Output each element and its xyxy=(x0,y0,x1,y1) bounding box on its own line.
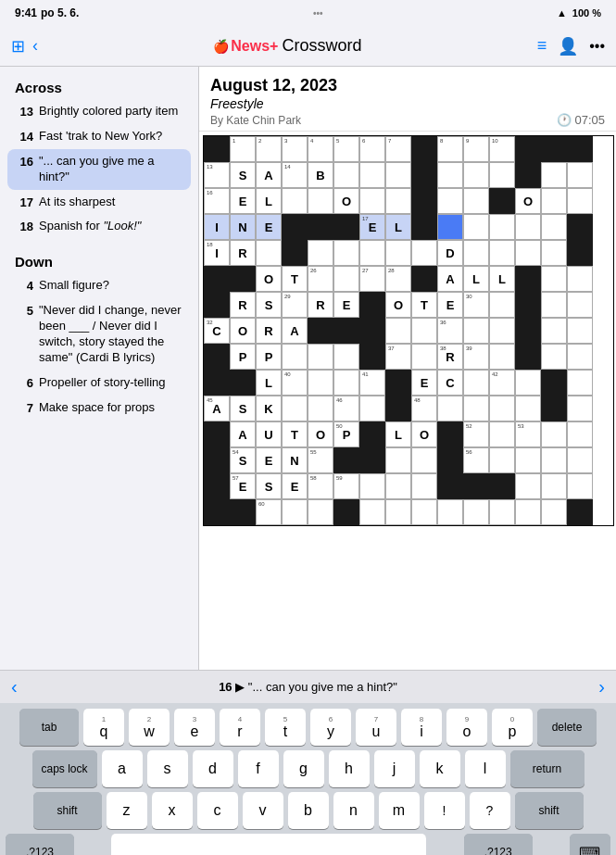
cell-13-9[interactable] xyxy=(437,473,463,499)
cell-6-7[interactable]: O xyxy=(385,292,411,318)
cell-9-8[interactable]: E xyxy=(411,370,437,396)
cell-1-6[interactable] xyxy=(359,162,385,188)
cell-1-5[interactable] xyxy=(333,162,359,188)
cell-14-9[interactable] xyxy=(437,499,463,525)
cell-5-9[interactable]: A xyxy=(437,266,463,292)
s-key[interactable]: s xyxy=(147,750,188,787)
symbols-right-key[interactable]: .?123 xyxy=(464,834,533,855)
cell-0-9[interactable]: 8 xyxy=(437,136,463,162)
cell-7-8[interactable] xyxy=(411,318,437,344)
cell-5-14[interactable] xyxy=(567,266,593,292)
cell-0-10[interactable]: 9 xyxy=(463,136,489,162)
cell-1-12[interactable] xyxy=(515,162,541,188)
cell-0-3[interactable]: 3 xyxy=(282,136,308,162)
cell-3-12[interactable] xyxy=(515,214,541,240)
cell-10-3[interactable] xyxy=(282,396,308,421)
cell-3-10[interactable] xyxy=(463,214,489,240)
cell-13-6[interactable] xyxy=(359,473,385,499)
cell-8-7[interactable]: 37 xyxy=(385,344,411,370)
cell-6-11[interactable] xyxy=(489,292,515,318)
more-options-button[interactable]: ••• xyxy=(589,38,605,55)
cell-13-7[interactable] xyxy=(385,473,411,499)
cell-10-2[interactable]: K xyxy=(256,396,282,421)
cell-2-0[interactable]: 16 xyxy=(204,188,230,214)
cell-4-5[interactable] xyxy=(333,240,359,266)
v-key[interactable]: v xyxy=(243,792,283,829)
cell-4-9[interactable]: D xyxy=(437,240,463,266)
cell-4-11[interactable] xyxy=(489,240,515,266)
caps-lock-key[interactable]: caps lock xyxy=(32,750,97,787)
cell-9-9[interactable]: C xyxy=(437,370,463,396)
cell-8-12[interactable] xyxy=(515,344,541,370)
cell-0-7[interactable]: 7 xyxy=(385,136,411,162)
cell-1-14[interactable] xyxy=(567,162,593,188)
next-clue-button[interactable]: › xyxy=(598,676,605,698)
cell-9-6[interactable]: 41 xyxy=(359,370,385,396)
o-key[interactable]: 9o xyxy=(446,709,487,746)
cell-8-5[interactable] xyxy=(333,344,359,370)
cell-6-4[interactable]: R xyxy=(308,292,333,318)
cell-1-9[interactable] xyxy=(437,162,463,188)
cell-2-4[interactable] xyxy=(308,188,333,214)
cell-14-7[interactable] xyxy=(385,499,411,525)
cell-3-7[interactable]: L xyxy=(385,214,411,240)
h-key[interactable]: h xyxy=(329,750,370,787)
cell-2-12[interactable]: O xyxy=(515,188,541,214)
cell-11-11[interactable] xyxy=(489,421,515,447)
crossword-grid-container[interactable]: 1234567891013SA14B16ELOOINE17EL18IRDOT26… xyxy=(199,132,616,670)
cell-1-4[interactable]: B xyxy=(308,162,333,188)
cell-13-0[interactable] xyxy=(204,473,230,499)
cell-10-1[interactable]: S xyxy=(230,396,256,421)
back-button[interactable]: ‹ xyxy=(32,36,38,56)
clue-down-4[interactable]: 4 Small figure? xyxy=(0,273,198,298)
cell-10-7[interactable] xyxy=(385,396,411,421)
cell-9-12[interactable] xyxy=(515,370,541,396)
cell-14-5[interactable] xyxy=(333,499,359,525)
a-key[interactable]: a xyxy=(102,750,143,787)
cell-11-7[interactable]: L xyxy=(385,421,411,447)
cell-4-13[interactable] xyxy=(541,240,567,266)
cell-8-14[interactable] xyxy=(567,344,593,370)
cell-0-8[interactable] xyxy=(411,136,437,162)
cell-3-5[interactable] xyxy=(333,214,359,240)
cell-5-3[interactable]: T xyxy=(282,266,308,292)
cell-11-2[interactable]: U xyxy=(256,421,282,447)
cell-2-11[interactable] xyxy=(489,188,515,214)
cell-1-11[interactable] xyxy=(489,162,515,188)
space-key[interactable] xyxy=(111,834,426,855)
cell-9-5[interactable] xyxy=(333,370,359,396)
cell-8-10[interactable]: 39 xyxy=(463,344,489,370)
cell-9-10[interactable] xyxy=(463,370,489,396)
avatar-button[interactable]: 👤 xyxy=(558,36,578,57)
cell-7-14[interactable] xyxy=(567,318,593,344)
cell-11-14[interactable] xyxy=(567,421,593,447)
cell-1-1[interactable]: S xyxy=(230,162,256,188)
cell-11-3[interactable]: T xyxy=(282,421,308,447)
cell-4-7[interactable] xyxy=(385,240,411,266)
cell-5-13[interactable] xyxy=(541,266,567,292)
cell-6-9[interactable]: E xyxy=(437,292,463,318)
cell-4-6[interactable] xyxy=(359,240,385,266)
clue-down-5[interactable]: 5 "Never did I change, never been ___ / … xyxy=(0,298,198,371)
cell-7-3[interactable]: A xyxy=(282,318,308,344)
cell-3-3[interactable] xyxy=(282,214,308,240)
cell-4-12[interactable] xyxy=(515,240,541,266)
f-key[interactable]: f xyxy=(238,750,279,787)
cell-4-3[interactable] xyxy=(282,240,308,266)
cell-2-8[interactable] xyxy=(411,188,437,214)
cell-6-14[interactable] xyxy=(567,292,593,318)
cell-12-9[interactable] xyxy=(437,447,463,473)
cell-3-6[interactable]: 17E xyxy=(359,214,385,240)
exclaim-key[interactable]: ! xyxy=(424,792,465,829)
shift-left-key[interactable]: shift xyxy=(33,792,102,829)
keyboard-switch-key[interactable]: ⌨ xyxy=(570,834,610,855)
cell-13-2[interactable]: S xyxy=(256,473,282,499)
cell-11-4[interactable]: O xyxy=(308,421,333,447)
cell-4-10[interactable] xyxy=(463,240,489,266)
cell-12-2[interactable]: E xyxy=(256,447,282,473)
clue-across-14[interactable]: 14 Fast 'trak to New York? xyxy=(0,124,198,149)
cell-14-12[interactable] xyxy=(515,499,541,525)
cell-1-0[interactable]: 13 xyxy=(204,162,230,188)
cell-0-2[interactable]: 2 xyxy=(256,136,282,162)
cell-6-13[interactable] xyxy=(541,292,567,318)
